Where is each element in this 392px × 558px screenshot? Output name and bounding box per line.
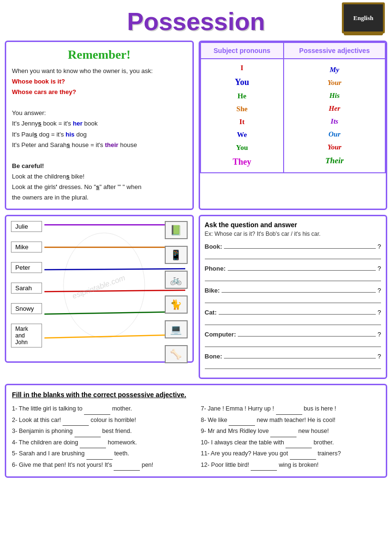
- pa-Their: Their: [286, 154, 382, 168]
- qa-title: Ask the question and answer: [205, 221, 381, 229]
- pa-Your2: Your: [286, 141, 382, 154]
- example3: It's Peter and Sarahs house = it's their…: [12, 140, 187, 150]
- name-mike: Mike: [11, 242, 42, 253]
- pronouns-row: I You He She It We You They My: [201, 59, 386, 173]
- blank-12: [251, 460, 277, 471]
- qa-item-bike: Bike: ?: [205, 285, 381, 303]
- qa-item-bone: Bone: ?: [205, 351, 381, 369]
- pronoun-They: They: [203, 154, 281, 169]
- pronoun-He: He: [203, 90, 281, 103]
- pa-Your: Your: [286, 76, 382, 89]
- girls-note: Look at the girls' dresses. No "s" after…: [12, 182, 187, 192]
- subjects-list: I You He She It We You They: [203, 62, 281, 170]
- fill-item-2: 2- Look at this car! colour is horrible!: [12, 415, 191, 426]
- item-cat: 🐈: [165, 295, 188, 314]
- blank-11: [290, 448, 316, 460]
- example1: It's Jennys book = it's her book: [12, 118, 187, 129]
- fill-item-6: 6- Give me that pen! It's not yours! It'…: [12, 460, 191, 471]
- name-julie: Julie: [11, 221, 42, 232]
- qa-item-computer: Computer: ?: [205, 329, 381, 347]
- pronoun-You2: You: [203, 141, 281, 154]
- intro-text: When you want to know who the owner is, …: [12, 66, 187, 76]
- question2: Whose cars are they?: [12, 87, 187, 97]
- possessives-cell: My Your His Her Its Our Your Their: [284, 59, 385, 173]
- pronoun-It: It: [203, 116, 281, 128]
- fill-right-col: 7- Jane ! Emma ! Hurry up ! bus is here …: [201, 403, 381, 471]
- fill-title: Fill in the blanks with the correct poss…: [12, 391, 380, 399]
- fill-item-10: 10- I always clear the table with brothe…: [201, 437, 381, 449]
- qa-item-cat: Cat: ?: [205, 307, 381, 325]
- fill-item-3: 3- Benjamin is phoning best friend.: [12, 426, 191, 437]
- items-column: 📗 📱 🚲 🐈 💻 🦴: [165, 221, 188, 363]
- section-bottom: Julie Mike Peter Sarah Snowy Mark andJoh…: [5, 215, 387, 379]
- careful: Be careful!: [12, 161, 187, 171]
- svg-text:eslprintable.com: eslprintable.com: [71, 274, 126, 300]
- matching-box: Julie Mike Peter Sarah Snowy Mark andJoh…: [5, 215, 194, 363]
- example2: It's Pauls dog = it's his dog: [12, 129, 187, 140]
- name-sarah: Sarah: [11, 283, 42, 294]
- pa-Her: Her: [286, 102, 382, 115]
- col-possessive-header: Possessive adjectives: [284, 42, 385, 59]
- fill-item-8: 8- We like new math teacher! He is cool!: [201, 415, 381, 426]
- fill-item-12: 12- Poor little bird! wing is broken!: [201, 460, 381, 471]
- qa-item-phone: Phone: ?: [205, 263, 381, 281]
- fill-box: Fill in the blanks with the correct poss…: [5, 384, 387, 478]
- svg-point-0: [64, 233, 145, 338]
- badge-label: English: [353, 14, 373, 22]
- fill-grid: 1- The little girl is talking to mother.…: [12, 403, 380, 471]
- blank-8: [229, 415, 255, 426]
- blank-1: [84, 403, 110, 415]
- fill-item-5: 5- Sarah and I are brushing teeth.: [12, 448, 191, 460]
- blank-5: [86, 448, 113, 460]
- name-mark-john: Mark andJohn: [11, 324, 42, 347]
- blank-4: [80, 437, 106, 449]
- title-area: Possession English: [5, 5, 387, 36]
- item-bone: 🦴: [165, 345, 188, 363]
- qa-example: Ex: Whose car is it? It's Bob's car / it…: [205, 231, 381, 237]
- fill-item-4: 4- The children are doing homework.: [12, 437, 191, 449]
- you-answer: You answer:: [12, 108, 187, 118]
- childrens-note: Look at the childrens bike!: [12, 171, 187, 182]
- blank-10: [286, 437, 312, 449]
- item-book: 📗: [165, 221, 188, 239]
- fill-left-col: 1- The little girl is talking to mother.…: [12, 403, 191, 471]
- main-grid: Remember! When you want to know who the …: [5, 41, 387, 210]
- qa-label-cat: Cat:: [205, 309, 217, 316]
- col-subject-header: Subject pronouns: [201, 42, 284, 59]
- pronoun-I: I: [203, 62, 281, 74]
- pronouns-box: Subject pronouns Possessive adjectives I…: [199, 41, 388, 210]
- subjects-cell: I You He She It We You They: [201, 59, 284, 173]
- possessives-list: My Your His Her Its Our Your Their: [286, 63, 382, 168]
- fill-item-7: 7- Jane ! Emma ! Hurry up ! bus is here …: [201, 403, 381, 415]
- pronoun-She: She: [203, 103, 281, 116]
- pa-His: His: [286, 89, 382, 102]
- pa-My: My: [286, 63, 382, 76]
- blank-7: [276, 403, 302, 415]
- remember-title: Remember!: [12, 48, 187, 62]
- plural-note: the owners are in the plural.: [12, 192, 187, 203]
- qa-label-book: Book:: [205, 243, 222, 250]
- qa-label-bone: Bone:: [205, 353, 222, 360]
- pronoun-We: We: [203, 128, 281, 141]
- pa-Our: Our: [286, 128, 382, 141]
- blank-6: [114, 460, 140, 471]
- page-title: Possession: [127, 7, 265, 36]
- fill-item-1: 1- The little girl is talking to mother.: [12, 403, 191, 415]
- name-peter: Peter: [11, 262, 42, 273]
- english-badge: English: [342, 2, 385, 33]
- names-column: Julie Mike Peter Sarah Snowy Mark andJoh…: [11, 221, 42, 347]
- remember-box: Remember! When you want to know who the …: [5, 41, 194, 210]
- qa-item-book: Book: ?: [205, 241, 381, 259]
- question1: Whose book is it?: [12, 76, 187, 87]
- remember-body: When you want to know who the owner is, …: [12, 66, 187, 203]
- fill-item-11: 11- Are you ready? Have you got trainers…: [201, 448, 381, 460]
- blank-2: [63, 415, 89, 426]
- blank-3: [74, 426, 101, 437]
- name-snowy: Snowy: [11, 303, 42, 314]
- fill-item-9: 9- Mr and Mrs Ridley love new house!: [201, 426, 381, 437]
- pa-Its: Its: [286, 115, 382, 128]
- qa-label-computer: Computer:: [205, 331, 236, 338]
- item-computer: 💻: [165, 320, 188, 338]
- blank-9: [270, 426, 297, 437]
- qa-label-bike: Bike:: [205, 287, 220, 294]
